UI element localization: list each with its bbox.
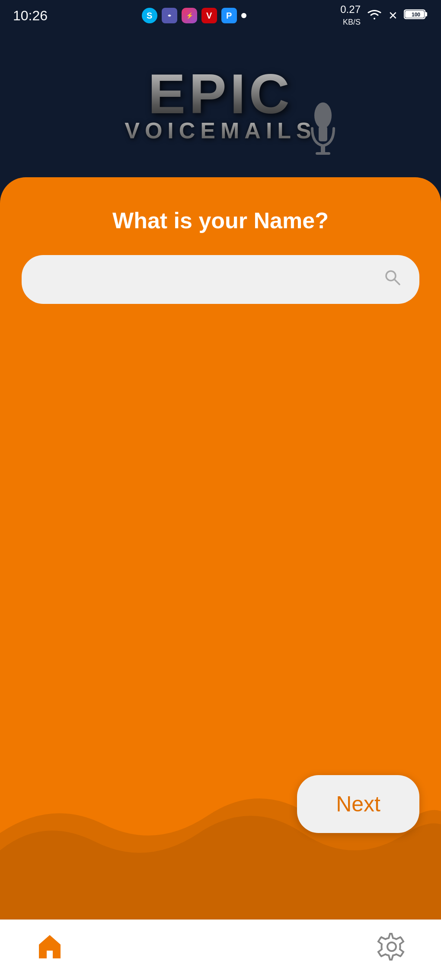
data-speed: 0.27KB/S — [340, 3, 361, 27]
svg-rect-8 — [319, 126, 327, 141]
next-button-container: Next — [297, 775, 419, 833]
battery-x-icon: ✕ — [388, 9, 398, 22]
home-nav-button[interactable] — [35, 932, 65, 969]
svg-rect-4 — [425, 12, 427, 16]
verizon-icon: V — [201, 8, 217, 23]
next-button[interactable]: Next — [297, 775, 419, 833]
logo-epic-text: EPIC — [125, 66, 316, 122]
svg-line-12 — [394, 279, 399, 284]
logo-container: EPIC VOICEMAILS — [125, 66, 316, 144]
pcloud-icon: P — [221, 8, 237, 23]
svg-rect-9 — [321, 144, 325, 153]
wifi-icon — [367, 8, 382, 23]
search-icon — [383, 268, 402, 291]
question-title: What is your Name? — [22, 207, 419, 233]
spark-icon: ⚡ — [182, 8, 197, 23]
status-time: 10:26 — [13, 8, 48, 24]
card-content: What is your Name? — [0, 177, 441, 321]
name-input[interactable] — [39, 271, 383, 289]
notification-dot — [241, 13, 246, 18]
battery-icon: 100 — [404, 8, 428, 23]
main-card: What is your Name? Next — [0, 177, 441, 919]
logo-area: EPIC VOICEMAILS — [0, 31, 441, 178]
logo-voicemails-text: VOICEMAILS — [125, 118, 316, 144]
status-app-icons: S ⚡ V P — [142, 8, 246, 23]
teams-icon — [162, 8, 177, 23]
bottom-nav — [0, 919, 441, 980]
settings-nav-button[interactable] — [377, 932, 406, 968]
status-bar: 10:26 S ⚡ V P 0.27KB/S — [0, 0, 441, 31]
svg-point-7 — [314, 102, 332, 128]
svg-rect-10 — [316, 152, 330, 155]
skype-icon: S — [142, 8, 157, 23]
svg-text:100: 100 — [412, 12, 420, 18]
name-search-container[interactable] — [22, 255, 419, 304]
svg-point-13 — [387, 942, 396, 951]
status-right-icons: 0.27KB/S ✕ 100 — [340, 3, 428, 27]
svg-text:⚡: ⚡ — [185, 12, 193, 19]
